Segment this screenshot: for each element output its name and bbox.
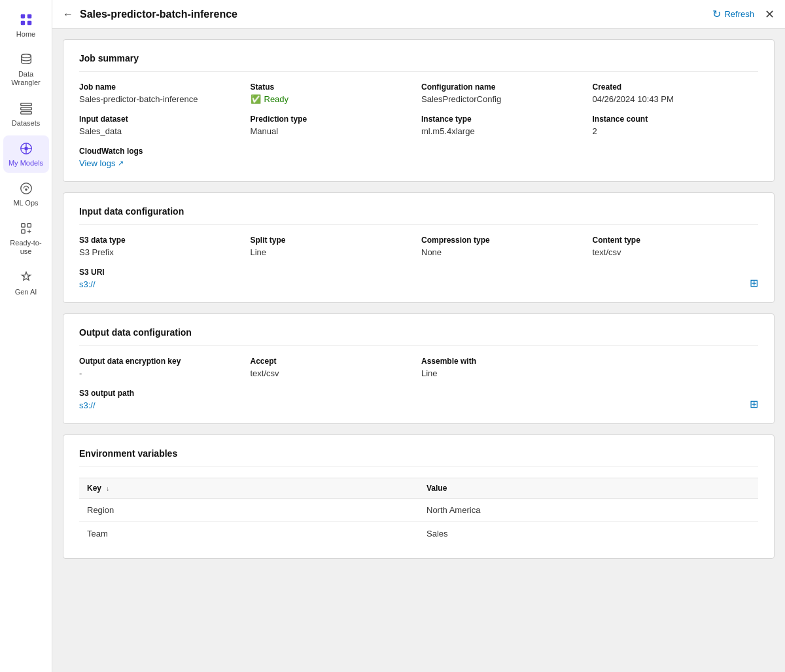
- sidebar-item-ml-ops-label: ML Ops: [13, 199, 38, 207]
- encryption-key-label: Output data encryption key: [79, 357, 245, 366]
- sort-icon: ↓: [106, 485, 109, 492]
- split-type-value: Line: [251, 247, 417, 257]
- sidebar-item-ready-to-use[interactable]: Ready-to-use: [3, 215, 49, 261]
- sidebar-item-home[interactable]: Home: [3, 7, 49, 44]
- my-models-icon: [18, 141, 34, 156]
- svg-rect-5: [20, 103, 31, 105]
- field-encryption-key: Output data encryption key -: [79, 357, 245, 378]
- assemble-with-label: Assemble with: [421, 357, 587, 366]
- s3-output-path-link[interactable]: s3://: [79, 400, 134, 410]
- instance-count-label: Instance count: [593, 115, 759, 124]
- sidebar-item-data-wrangler[interactable]: Data Wrangler: [3, 46, 49, 92]
- refresh-icon: ↻: [712, 8, 721, 20]
- input-data-card: Input data configuration S3 data type S3…: [63, 192, 775, 303]
- sidebar-item-ready-to-use-label: Ready-to-use: [6, 239, 46, 256]
- header-left: ← Sales-predictor-batch-inference: [63, 9, 237, 20]
- instance-count-value: 2: [593, 126, 759, 136]
- page-title: Sales-predictor-batch-inference: [80, 9, 237, 20]
- s3-uri-value: s3://: [79, 279, 96, 289]
- field-prediction-type: Prediction type Manual: [251, 115, 417, 136]
- gen-ai-icon: [18, 270, 34, 285]
- env-variables-table: Key ↓ Value Region North America Team Sa…: [79, 478, 758, 545]
- s3-data-type-label: S3 data type: [79, 236, 245, 245]
- env-value-cell: North America: [419, 499, 758, 522]
- env-key-cell: Region: [79, 499, 419, 522]
- job-summary-card: Job summary Job name Sales-predictor-bat…: [63, 39, 775, 182]
- sidebar-item-ml-ops[interactable]: ML Ops: [3, 175, 49, 213]
- table-row: Team Sales: [79, 522, 758, 546]
- field-split-type: Split type Line: [251, 236, 417, 257]
- status-badge: ✅ Ready: [251, 94, 417, 104]
- status-check-icon: ✅: [251, 94, 261, 104]
- home-icon: [18, 12, 34, 27]
- svg-rect-3: [27, 21, 31, 25]
- config-name-label: Configuration name: [421, 82, 587, 92]
- job-summary-fields: Job name Sales-predictor-batch-inference…: [79, 82, 758, 136]
- svg-point-9: [24, 147, 28, 150]
- field-s3-data-type: S3 data type S3 Prefix: [79, 236, 245, 257]
- table-row: Region North America: [79, 499, 758, 522]
- output-data-fields: Output data encryption key - Accept text…: [79, 357, 758, 378]
- input-data-fields: S3 data type S3 Prefix Split type Line C…: [79, 236, 758, 257]
- env-variables-card: Environment variables Key ↓ Value R: [63, 434, 775, 559]
- config-name-value: SalesPredictorConfig: [421, 94, 587, 104]
- svg-point-15: [25, 188, 27, 191]
- field-input-dataset: Input dataset Sales_data: [79, 115, 245, 136]
- input-data-title: Input data configuration: [79, 206, 758, 225]
- s3-uri-link[interactable]: s3://: [79, 279, 105, 289]
- refresh-button[interactable]: ↻ Refresh: [712, 8, 754, 20]
- sidebar-item-gen-ai-label: Gen AI: [15, 288, 37, 296]
- field-instance-count: Instance count 2: [593, 115, 759, 136]
- job-name-label: Job name: [79, 82, 245, 92]
- env-key-column-header[interactable]: Key ↓: [79, 478, 419, 499]
- sidebar-item-datasets[interactable]: Datasets: [3, 96, 49, 133]
- field-content-type: Content type text/csv: [593, 236, 759, 257]
- field-compression-type: Compression type None: [421, 236, 587, 257]
- field-assemble-with: Assemble with Line: [421, 357, 587, 378]
- created-value: 04/26/2024 10:43 PM: [593, 94, 759, 104]
- close-button[interactable]: ✕: [765, 7, 775, 22]
- svg-rect-18: [21, 230, 25, 234]
- content-area: Job summary Job name Sales-predictor-bat…: [52, 29, 785, 672]
- s3-uri-content: S3 URI s3://: [79, 268, 105, 289]
- status-value: Ready: [264, 94, 289, 104]
- svg-rect-17: [27, 224, 31, 228]
- ready-to-use-icon: [18, 221, 34, 236]
- sidebar: Home Data Wrangler Datasets: [0, 0, 52, 672]
- sidebar-item-home-label: Home: [16, 30, 35, 39]
- back-button[interactable]: ←: [63, 9, 73, 20]
- instance-type-label: Instance type: [421, 115, 587, 124]
- env-key-col-label: Key: [87, 484, 101, 493]
- view-logs-text: View logs: [79, 158, 115, 168]
- compression-type-label: Compression type: [421, 236, 587, 245]
- sidebar-item-my-models[interactable]: My Models: [3, 135, 49, 173]
- svg-rect-1: [27, 14, 31, 18]
- header-right: ↻ Refresh ✕: [712, 7, 775, 22]
- cloudwatch-section: CloudWatch logs View logs ↗: [79, 147, 758, 168]
- s3-uri-external-link-icon[interactable]: ⊞: [750, 277, 758, 289]
- svg-point-4: [21, 54, 31, 58]
- output-data-title: Output data configuration: [79, 327, 758, 346]
- cloudwatch-label: CloudWatch logs: [79, 147, 758, 156]
- split-type-label: Split type: [251, 236, 417, 245]
- field-accept: Accept text/csv: [251, 357, 417, 378]
- status-label: Status: [251, 82, 417, 92]
- input-dataset-value: Sales_data: [79, 126, 245, 136]
- env-variables-title: Environment variables: [79, 448, 758, 467]
- field-config-name: Configuration name SalesPredictorConfig: [421, 82, 587, 104]
- env-value-cell: Sales: [419, 522, 758, 546]
- input-dataset-label: Input dataset: [79, 115, 245, 124]
- view-logs-link[interactable]: View logs ↗: [79, 158, 758, 168]
- ml-ops-icon: [18, 181, 34, 196]
- s3-data-type-value: S3 Prefix: [79, 247, 245, 257]
- sidebar-item-gen-ai[interactable]: Gen AI: [3, 264, 49, 302]
- svg-rect-2: [20, 21, 24, 25]
- svg-rect-0: [20, 14, 24, 18]
- s3-output-path-value: s3://: [79, 400, 96, 410]
- external-link-icon: ↗: [118, 159, 124, 168]
- env-key-cell: Team: [79, 522, 419, 546]
- s3-output-external-link-icon[interactable]: ⊞: [750, 398, 758, 410]
- env-value-col-label: Value: [427, 484, 447, 493]
- svg-rect-16: [21, 224, 25, 228]
- header: ← Sales-predictor-batch-inference ↻ Refr…: [52, 0, 785, 29]
